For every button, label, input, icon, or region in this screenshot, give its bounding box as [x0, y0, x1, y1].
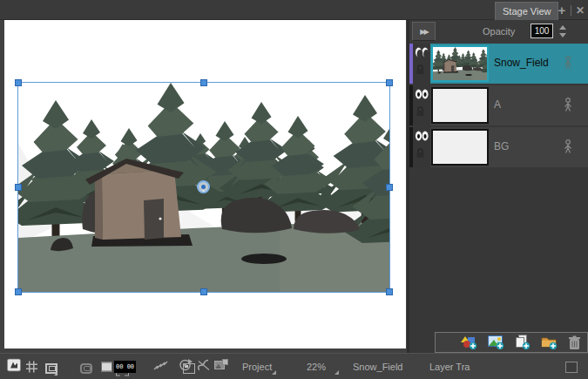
layers-panel: ▶▶ Opacity: [407, 20, 588, 353]
camera-frame-dropdown-icon[interactable]: [54, 372, 57, 376]
layer-name-snow-field: Snow_Field: [494, 57, 549, 69]
layer-name-a: A: [494, 98, 501, 111]
layers-panel-header: ▶▶ Opacity: [409, 20, 588, 44]
selection-handle-bottom-left[interactable]: [15, 288, 22, 295]
layer-row-snow-field[interactable]: Snow_Field: [409, 44, 588, 84]
layer-name-bg: BG: [494, 140, 509, 152]
layer-row-bg[interactable]: BG: [409, 127, 588, 167]
add-view-icon[interactable]: +: [555, 3, 569, 17]
layer-thumbnail-art: [433, 47, 487, 80]
tab-stage-view-label: Stage View: [503, 6, 551, 17]
opacity-label: Opacity: [483, 26, 515, 37]
tab-stage-view[interactable]: Stage View: [495, 2, 558, 20]
layer-toggle-column: [413, 44, 430, 84]
transform-pivot-point[interactable]: [197, 180, 210, 193]
close-view-icon[interactable]: ✕: [573, 3, 587, 17]
project-dropdown-icon[interactable]: [272, 370, 276, 375]
double-arrow-icon: ▶▶: [420, 28, 427, 36]
selection-handle-middle-right[interactable]: [386, 184, 393, 191]
layer-row-a[interactable]: A: [409, 85, 588, 125]
selection-handle-top-left[interactable]: [15, 79, 22, 86]
layer-actions-bar: [435, 332, 588, 353]
add-bitmap-layer-icon[interactable]: [488, 335, 504, 350]
outline-mode-icon[interactable]: [101, 362, 112, 371]
drawing-on-top-icon[interactable]: [7, 358, 21, 375]
rig-figure-icon[interactable]: [563, 56, 573, 71]
application-window: Stage View + ✕ ▶▶ Opacity: [0, 0, 588, 379]
active-tool-label: Layer Tra: [429, 362, 470, 372]
status-toolbar: 00 00 Project 22% Snow_Field Layer Tra: [0, 353, 588, 379]
stage-canvas[interactable]: [4, 20, 406, 349]
curve-tool-icon[interactable]: [197, 358, 211, 375]
layer-thumbnail-a[interactable]: [431, 87, 489, 124]
selection-handle-bottom-right[interactable]: [386, 288, 393, 295]
selection-handle-top-right[interactable]: [386, 79, 393, 86]
tab-separator: [571, 5, 571, 16]
rig-figure-icon[interactable]: [563, 139, 573, 154]
layer-lock-icon[interactable]: [416, 64, 425, 75]
layer-lock-icon[interactable]: [416, 148, 425, 159]
add-vector-layer-icon[interactable]: [461, 335, 477, 350]
layer-thumbnail-snow-field[interactable]: [431, 45, 489, 82]
opacity-input[interactable]: [531, 24, 553, 38]
grid-icon[interactable]: [26, 361, 37, 372]
timecode-display: 00 00: [114, 361, 136, 373]
safe-area-icon[interactable]: [80, 363, 92, 374]
selection-handle-top-middle[interactable]: [200, 79, 207, 86]
layer-thumbnail-bg[interactable]: [431, 129, 489, 166]
layer-visibility-icon[interactable]: [415, 47, 429, 58]
selection-handle-middle-left[interactable]: [15, 184, 22, 191]
opacity-stepper[interactable]: [558, 24, 567, 38]
onion-skin-icon[interactable]: [153, 359, 169, 375]
layer-visibility-icon[interactable]: [415, 131, 429, 141]
zoom-level-selector[interactable]: 22%: [307, 362, 326, 372]
delete-layer-icon[interactable]: [568, 335, 581, 350]
render-preview-icon[interactable]: [214, 359, 228, 375]
collapse-panel-button[interactable]: ▶▶: [412, 22, 436, 41]
layer-toggle-column: [413, 127, 430, 167]
layer-visibility-icon[interactable]: [415, 89, 429, 99]
zoom-dropdown-icon[interactable]: [335, 370, 339, 375]
add-group-folder-icon[interactable]: [541, 335, 558, 350]
selection-handle-bottom-middle[interactable]: [200, 288, 207, 295]
stepper-down-icon[interactable]: [559, 33, 566, 37]
view-tab-bar: Stage View + ✕: [0, 0, 588, 20]
rig-figure-icon[interactable]: [563, 98, 573, 112]
duplicate-layer-icon[interactable]: [515, 335, 531, 350]
status-checkbox[interactable]: [565, 362, 578, 373]
selected-layer-label: Snow_Field: [353, 362, 402, 372]
stepper-up-icon[interactable]: [559, 25, 566, 30]
reset-rotation-icon[interactable]: [178, 358, 193, 376]
layer-lock-icon[interactable]: [416, 106, 425, 117]
layer-toggle-column: [413, 85, 430, 125]
project-selector[interactable]: Project: [242, 362, 272, 372]
